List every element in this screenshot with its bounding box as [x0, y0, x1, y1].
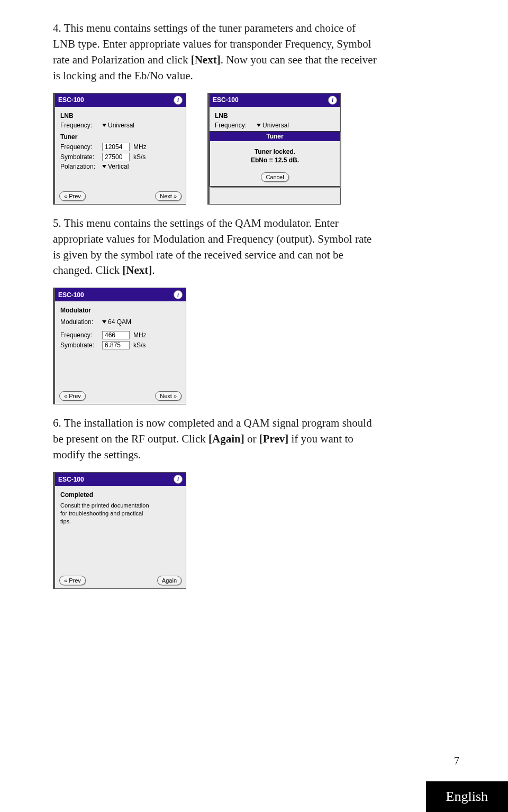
prev-button[interactable]: « Prev: [59, 391, 86, 401]
text: is given by the symbol rate of the recei…: [53, 248, 343, 261]
text: rate and Polarization and click: [53, 53, 191, 66]
dialog-footer: Cancel: [210, 170, 340, 186]
unit: MHz: [133, 143, 147, 151]
step-4-text: is locking and the Eb/No value.: [53, 69, 463, 84]
label: Symbolrate:: [60, 342, 100, 349]
step-4-text: rate and Polarization and click [Next]. …: [53, 53, 463, 68]
page-number: 7: [454, 755, 459, 767]
modulator-panel: ESC-100 i Modulator Modulation: 64 QAM F…: [53, 288, 186, 404]
info-icon[interactable]: i: [174, 475, 183, 484]
prev-button[interactable]: « Prev: [59, 191, 86, 201]
lnb-heading: LNB: [60, 112, 180, 119]
step-6-text: modify the settings.: [53, 448, 463, 463]
panel-row: ESC-100 i Completed Consult the printed …: [53, 472, 463, 589]
text: for troubleshooting and practical: [60, 510, 180, 518]
prev-ref: [Prev]: [259, 432, 289, 445]
panel-footer: « Prev Next »: [55, 389, 186, 404]
lnb-frequency-dropdown[interactable]: Universal: [257, 122, 289, 129]
text: changed. Click: [53, 264, 122, 276]
prev-button[interactable]: « Prev: [59, 576, 86, 585]
step-5-text: 5. This menu contains the settings of th…: [53, 216, 463, 231]
tuner-heading: Tuner: [60, 133, 180, 141]
text: LNB type. Enter appropriate values for t…: [53, 38, 371, 50]
language-badge: English: [426, 781, 508, 812]
panel-body: Completed Consult the printed documentat…: [55, 486, 186, 574]
panel-header: ESC-100 i: [210, 94, 340, 107]
dialog-body: Tuner locked. EbNo = 12.5 dB.: [210, 141, 340, 171]
step-6-text: 6. The installation is now completed and…: [53, 416, 463, 431]
panel-row: ESC-100 i LNB Frequency: Universal Tuner…: [53, 93, 463, 205]
label: Frequency:: [60, 143, 100, 151]
label: Frequency:: [215, 122, 255, 129]
mod-symbolrate-input[interactable]: 6.875: [102, 341, 130, 349]
again-button[interactable]: Again: [157, 576, 182, 585]
modulation-dropdown[interactable]: 64 QAM: [102, 318, 131, 326]
text: be present on the RF output. Click: [53, 432, 208, 445]
info-icon[interactable]: i: [328, 96, 337, 105]
lnb-frequency-row: Frequency: Universal: [215, 122, 335, 129]
label: Polarization:: [60, 163, 100, 170]
panel-footer: « Prev Again: [55, 574, 186, 588]
label: Modulation:: [60, 318, 100, 326]
next-button[interactable]: Next »: [155, 391, 182, 401]
step-6-text: be present on the RF output. Click [Agai…: [53, 432, 463, 447]
page: 4. This menu contains settings of the tu…: [0, 0, 508, 812]
polarization-row: Polarization: Vertical: [60, 163, 180, 170]
tuner-dialog: Tuner Tuner locked. EbNo = 12.5 dB. Canc…: [210, 131, 340, 187]
step-5-text: is given by the symbol rate of the recei…: [53, 248, 463, 263]
step-5-text: changed. Click [Next].: [53, 263, 463, 278]
completed-heading: Completed: [60, 491, 180, 499]
text: tips.: [60, 518, 180, 525]
panel-header: ESC-100 i: [55, 288, 186, 301]
cancel-button[interactable]: Cancel: [261, 172, 288, 182]
info-icon[interactable]: i: [174, 290, 183, 299]
mod-frequency-row: Frequency: 466 MHz: [60, 331, 180, 339]
unit: MHz: [133, 331, 147, 339]
completed-text: Consult the printed documentation for tr…: [60, 502, 180, 525]
next-button[interactable]: Next »: [155, 191, 182, 201]
value: Universal: [108, 122, 134, 129]
again-ref: [Again]: [208, 432, 244, 445]
text: if you want to: [288, 432, 353, 445]
text: .: [152, 264, 155, 276]
dialog-text: Tuner locked.: [215, 147, 334, 156]
text: appropriate values for Modulation and Fr…: [53, 233, 371, 245]
step-5-text: appropriate values for Modulation and Fr…: [53, 232, 463, 247]
panel-title: ESC-100: [58, 96, 84, 104]
lnb-frequency-row: Frequency: Universal: [60, 122, 180, 129]
panel-header: ESC-100 i: [55, 473, 186, 486]
dialog-title: Tuner: [210, 132, 340, 141]
lnb-frequency-dropdown[interactable]: Universal: [102, 122, 134, 129]
text: 5. This menu contains the settings of th…: [53, 217, 339, 229]
modulator-heading: Modulator: [60, 307, 180, 314]
step-4-text: LNB type. Enter appropriate values for t…: [53, 37, 463, 52]
panel-title: ESC-100: [58, 291, 84, 299]
value: Vertical: [108, 163, 129, 170]
symbolrate-row: Symbolrate: 27500 kS/s: [60, 153, 180, 161]
value: Universal: [262, 122, 289, 129]
lnb-heading: LNB: [215, 112, 335, 119]
panel-row: ESC-100 i Modulator Modulation: 64 QAM F…: [53, 288, 463, 404]
text: 4. This menu contains settings of the tu…: [53, 22, 356, 34]
symbolrate-input[interactable]: 27500: [102, 153, 130, 161]
value: 64 QAM: [108, 318, 131, 326]
label: Frequency:: [60, 331, 100, 339]
next-ref: [Next]: [122, 264, 152, 276]
mod-symbolrate-row: Symbolrate: 6.875 kS/s: [60, 341, 180, 349]
next-ref: [Next]: [191, 53, 221, 66]
text: Consult the printed documentation: [60, 502, 180, 510]
label: Symbolrate:: [60, 153, 100, 161]
info-icon[interactable]: i: [174, 96, 183, 105]
text: 6. The installation is now completed and…: [53, 417, 372, 429]
text: or: [244, 432, 259, 445]
dialog-text: EbNo = 12.5 dB.: [215, 156, 334, 165]
panel-title: ESC-100: [213, 96, 239, 104]
mod-frequency-input[interactable]: 466: [102, 331, 130, 339]
panel-footer: « Prev Next »: [55, 189, 186, 204]
polarization-dropdown[interactable]: Vertical: [102, 163, 129, 170]
tuner-frequency-row: Frequency: 12054 MHz: [60, 143, 180, 151]
panel-body: LNB Frequency: Universal Tuner Frequency…: [55, 107, 186, 189]
step-4-text: 4. This menu contains settings of the tu…: [53, 21, 463, 36]
panel-body: LNB Frequency: Universal Tuner Tuner Tun…: [210, 107, 340, 204]
tuner-frequency-input[interactable]: 12054: [102, 143, 130, 151]
